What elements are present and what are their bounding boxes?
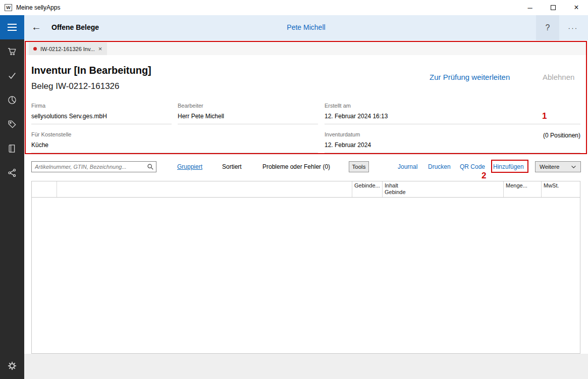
share-network-icon bbox=[7, 168, 17, 178]
tab-close-icon[interactable]: × bbox=[98, 45, 102, 52]
hamburger-menu-button[interactable] bbox=[0, 15, 24, 39]
annotation-marker-2: 2 bbox=[482, 171, 486, 181]
settings-gear-icon bbox=[7, 361, 17, 371]
maximize-icon bbox=[551, 5, 556, 10]
window-controls: ─ × bbox=[518, 0, 588, 15]
grouped-toggle[interactable]: Gruppiert bbox=[177, 163, 202, 170]
add-button[interactable]: Hinzufügen bbox=[493, 163, 524, 170]
shopping-cart-icon bbox=[7, 46, 17, 57]
journal-link[interactable]: Journal bbox=[398, 163, 417, 170]
field-bearbeiter: Bearbeiter Herr Pete Michell bbox=[178, 101, 318, 124]
table-body-empty bbox=[32, 198, 580, 353]
more-actions-label: Weitere bbox=[540, 164, 559, 170]
tab-document[interactable]: IW-0212-161326 Inv... × bbox=[29, 42, 107, 55]
table-header-row: Gebinde... Inhalt Gebinde Menge... MwSt. bbox=[32, 181, 580, 198]
positions-table: Gebinde... Inhalt Gebinde Menge... MwSt. bbox=[31, 181, 580, 354]
field-value: Küche bbox=[31, 137, 318, 149]
sidebar-item-settings[interactable] bbox=[0, 354, 24, 378]
print-link[interactable]: Drucken bbox=[428, 163, 451, 170]
unsaved-indicator-dot bbox=[33, 47, 37, 51]
column-header-menge[interactable]: Menge... bbox=[504, 181, 542, 197]
sidebar-item-statistics[interactable] bbox=[0, 88, 24, 112]
price-tag-icon bbox=[7, 119, 17, 129]
ellipsis-icon: ∙∙∙ bbox=[568, 24, 578, 32]
sidebar-item-prices[interactable] bbox=[0, 112, 24, 136]
field-label: Erstellt am bbox=[325, 101, 580, 109]
sidebar-item-network[interactable] bbox=[0, 161, 24, 185]
forward-for-review-button[interactable]: Zur Prüfung weiterleiten bbox=[430, 73, 510, 81]
window-title: Meine sellyApps bbox=[16, 4, 60, 11]
search-input[interactable] bbox=[32, 162, 156, 172]
column-header-line2: Gebinde bbox=[385, 189, 501, 196]
header-more-button[interactable]: ∙∙∙ bbox=[562, 15, 585, 40]
help-icon: ? bbox=[546, 23, 550, 32]
minimize-icon: ─ bbox=[527, 4, 532, 12]
field-firma: Firma sellysolutions Serv.ges.mbH bbox=[31, 101, 172, 124]
book-icon bbox=[7, 144, 17, 154]
column-header-inhalt-gebinde[interactable]: Inhalt Gebinde bbox=[383, 181, 504, 197]
tab-label: IW-0212-161326 Inv... bbox=[40, 46, 95, 52]
document-number: Beleg IW-0212-161326 bbox=[31, 81, 120, 91]
user-name[interactable]: Pete Michell bbox=[24, 23, 588, 31]
positions-count: (0 Positionen) bbox=[325, 132, 580, 139]
close-button[interactable]: × bbox=[565, 0, 588, 15]
column-header-line1: Inhalt bbox=[385, 182, 501, 189]
article-search-box bbox=[31, 161, 156, 172]
field-label: Für Kostenstelle bbox=[31, 130, 318, 137]
more-actions-button[interactable]: Weitere bbox=[535, 161, 581, 172]
sidebar-item-cart[interactable] bbox=[0, 39, 24, 64]
sidebar-item-tasks[interactable] bbox=[0, 64, 24, 88]
qr-code-link[interactable]: QR Code bbox=[460, 163, 485, 170]
document-title: Inventur [In Bearbeitung] bbox=[31, 65, 151, 76]
field-value: 12. Februar 2024 16:13 bbox=[325, 109, 580, 120]
main-content: IW-0212-161326 Inv... × Inventur [In Bea… bbox=[24, 40, 588, 379]
sidebar bbox=[0, 15, 24, 379]
tools-button[interactable]: Tools bbox=[349, 161, 369, 172]
search-icon[interactable] bbox=[147, 163, 154, 170]
field-label: Firma bbox=[31, 101, 172, 109]
problems-filter[interactable]: Probleme oder Fehler (0) bbox=[262, 163, 330, 170]
field-label: Bearbeiter bbox=[178, 101, 318, 109]
column-header-empty-2 bbox=[57, 181, 352, 197]
field-value: 12. Februar 2024 bbox=[325, 137, 580, 149]
reject-button[interactable]: Ablehnen bbox=[543, 73, 574, 81]
checkmark-icon bbox=[7, 71, 17, 81]
app-header: ← Offene Belege Pete Michell ? ∙∙∙ bbox=[24, 15, 588, 40]
column-header-empty-1 bbox=[32, 181, 57, 197]
window-titlebar: W Meine sellyApps ─ × bbox=[0, 0, 588, 15]
column-header-mwst[interactable]: MwSt. bbox=[542, 181, 580, 197]
field-kostenstelle: Für Kostenstelle Küche bbox=[31, 130, 318, 153]
close-icon: × bbox=[574, 3, 578, 12]
maximize-button[interactable] bbox=[542, 0, 565, 15]
column-header-gebinde[interactable]: Gebinde... bbox=[352, 181, 383, 197]
pie-chart-icon bbox=[7, 95, 17, 105]
sidebar-item-catalog[interactable] bbox=[0, 136, 24, 161]
chevron-down-icon bbox=[571, 165, 576, 169]
field-erstellt-am: Erstellt am 12. Februar 2024 16:13 bbox=[325, 101, 580, 124]
app-icon: W bbox=[5, 4, 12, 11]
help-button[interactable]: ? bbox=[536, 15, 559, 40]
tab-strip: IW-0212-161326 Inv... × bbox=[26, 42, 586, 55]
field-value: Herr Pete Michell bbox=[178, 109, 318, 120]
tools-button-label: Tools bbox=[352, 164, 366, 170]
sorted-toggle[interactable]: Sortiert bbox=[222, 163, 242, 170]
minimize-button[interactable]: ─ bbox=[518, 0, 542, 15]
field-value: sellysolutions Serv.ges.mbH bbox=[31, 109, 172, 120]
bottom-strip bbox=[24, 354, 588, 379]
